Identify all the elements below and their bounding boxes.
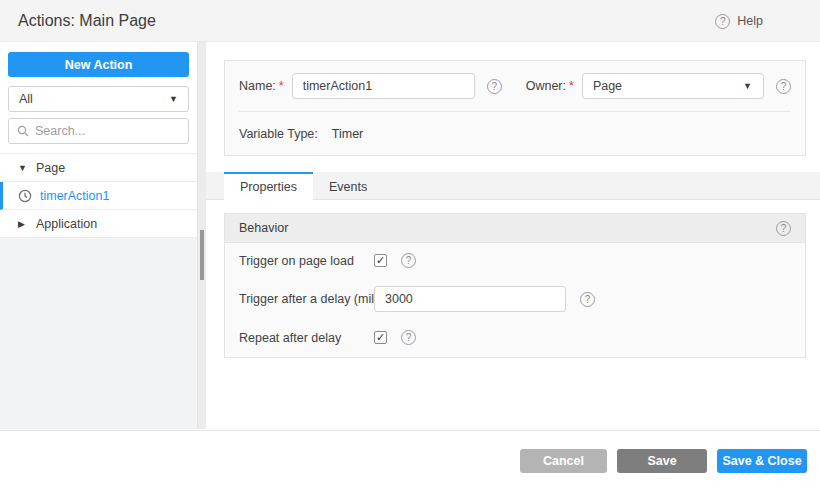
save-button[interactable]: Save [617,449,707,473]
search-icon [17,125,29,137]
repeat-after-delay-help-icon[interactable]: ? [401,330,416,345]
behavior-help-icon[interactable]: ? [776,221,791,236]
trigger-on-page-load-row: Trigger on page load ✓ ? [239,253,791,268]
title-bar: Actions: Main Page ? Help [0,0,820,42]
sidebar-empty-area [0,238,197,429]
variable-type-label: Variable Type: [239,127,318,141]
tree-group-label: Application [36,217,97,231]
search-input[interactable] [35,124,180,138]
filter-dropdown[interactable]: All ▼ [8,86,189,112]
name-owner-row: Name: * ? Owner: * Page ▼ ? [225,61,805,99]
behavior-section: Behavior ? Trigger on page load ✓ ? Trig… [224,213,806,358]
trigger-on-page-load-label: Trigger on page load [239,254,374,268]
required-marker: * [569,79,574,93]
behavior-body: Trigger on page load ✓ ? Trigger after a… [225,243,805,355]
repeat-after-delay-row: Repeat after delay ✓ ? [239,330,791,345]
trigger-delay-input[interactable] [374,286,566,312]
vertical-scrollbar[interactable] [197,42,206,429]
trigger-delay-label: Trigger after a delay (millisec… [239,292,374,306]
tree-group-label: Page [36,161,65,175]
owner-dropdown[interactable]: Page ▼ [582,73,764,99]
clock-icon [18,189,32,203]
repeat-after-delay-label: Repeat after delay [239,331,374,345]
tree-group-application[interactable]: ▶ Application [0,210,197,238]
actions-tree: ▼ Page timerAction1 ▶ Application [0,153,197,238]
trigger-delay-row: Trigger after a delay (millisec… ? [239,286,791,312]
required-marker: * [279,79,284,93]
save-and-close-button[interactable]: Save & Close [717,449,807,473]
cancel-button[interactable]: Cancel [520,449,607,473]
tree-item-label: timerAction1 [40,189,109,203]
filter-dropdown-value: All [19,92,33,106]
variable-type-row: Variable Type: Timer [239,127,791,141]
search-box[interactable] [8,118,189,144]
behavior-header: Behavior ? [225,214,805,243]
tab-properties[interactable]: Properties [224,172,313,200]
variable-type-value: Timer [332,127,363,141]
name-label: Name: [239,79,276,93]
editor-panel: Name: * ? Owner: * Page ▼ ? Variable Typ… [206,42,820,430]
owner-help-icon[interactable]: ? [776,79,791,94]
new-action-button[interactable]: New Action [8,52,189,77]
expanded-triangle-icon[interactable]: ▼ [18,163,28,173]
trigger-on-page-load-checkbox[interactable]: ✓ [374,254,387,267]
behavior-title: Behavior [239,221,288,235]
help-icon[interactable]: ? [715,14,730,29]
scrollbar-thumb[interactable] [200,230,204,280]
trigger-delay-help-icon[interactable]: ? [580,292,595,307]
help-label: Help [737,14,763,28]
chevron-down-icon: ▼ [743,81,753,91]
repeat-after-delay-checkbox[interactable]: ✓ [374,331,387,344]
tab-events[interactable]: Events [313,172,383,199]
tree-group-page[interactable]: ▼ Page [0,154,197,182]
footer-divider [0,430,820,431]
chevron-down-icon: ▼ [169,94,178,104]
collapsed-triangle-icon[interactable]: ▶ [18,219,28,229]
actions-sidebar: New Action All ▼ ▼ Page timerAction1 ▶ A… [0,42,197,429]
footer-actions: Cancel Save Save & Close [520,449,807,473]
owner-dropdown-value: Page [593,79,622,93]
owner-label: Owner: [526,79,566,93]
action-form-panel: Name: * ? Owner: * Page ▼ ? Variable Typ… [224,60,806,156]
tree-item-timer-action[interactable]: timerAction1 [0,182,197,210]
name-input[interactable] [292,73,475,99]
help-link[interactable]: ? Help [715,0,763,42]
name-help-icon[interactable]: ? [487,79,502,94]
form-divider [239,111,791,112]
page-title: Actions: Main Page [18,0,156,42]
trigger-on-page-load-help-icon[interactable]: ? [401,253,416,268]
tab-bar: Properties Events [206,172,820,200]
